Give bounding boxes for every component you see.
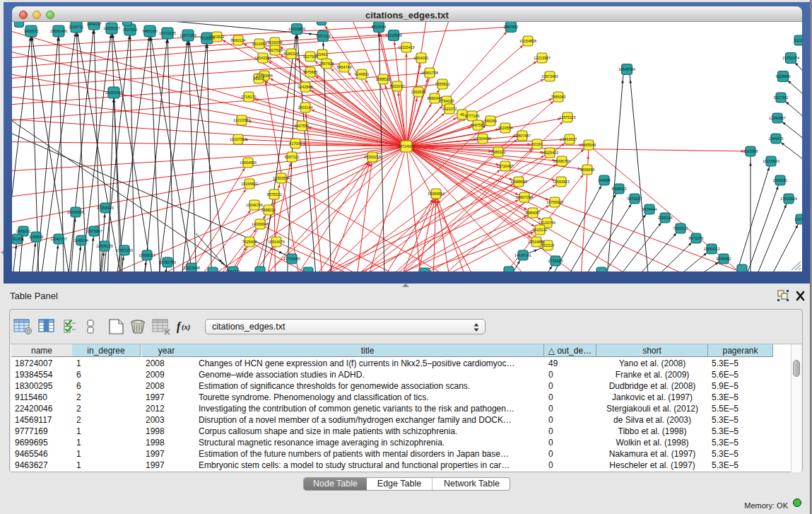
svg-text:116753: 116753 (794, 217, 802, 221)
svg-text:12213987: 12213987 (534, 56, 551, 60)
svg-text:(x): (x) (182, 323, 190, 332)
svg-text:9474444: 9474444 (642, 207, 657, 211)
svg-text:12975115: 12975115 (559, 115, 576, 119)
svg-text:10807487: 10807487 (514, 134, 531, 138)
svg-text:12213383: 12213383 (233, 118, 250, 122)
svg-text:1664091: 1664091 (414, 56, 429, 60)
svg-text:1244415: 1244415 (769, 136, 784, 141)
svg-text:8267110: 8267110 (285, 155, 300, 159)
svg-text:8322037: 8322037 (390, 84, 405, 88)
svg-text:2867608: 2867608 (319, 62, 334, 66)
svg-text:7986322: 7986322 (491, 150, 506, 154)
svg-text:13716485: 13716485 (283, 257, 300, 261)
svg-text:10648784: 10648784 (618, 67, 635, 71)
svg-text:7632621: 7632621 (673, 226, 688, 230)
svg-text:10046706: 10046706 (246, 203, 263, 207)
svg-text:1485001: 1485001 (16, 229, 31, 233)
svg-text:252214: 252214 (541, 243, 554, 247)
svg-text:10719155: 10719155 (159, 31, 176, 35)
svg-text:19384554: 19384554 (428, 192, 445, 196)
svg-text:45: 45 (460, 112, 464, 117)
svg-text:14009948: 14009948 (252, 222, 269, 226)
svg-text:19654955: 19654955 (240, 160, 257, 165)
svg-text:3215958: 3215958 (743, 149, 758, 153)
svg-text:1621072: 1621072 (442, 107, 457, 111)
svg-text:3624554: 3624554 (498, 126, 513, 130)
svg-text:14136141: 14136141 (514, 253, 531, 257)
svg-text:8813054: 8813054 (372, 25, 387, 29)
svg-text:16033809: 16033809 (288, 27, 305, 31)
svg-text:11122: 11122 (794, 38, 802, 42)
svg-text:62160: 62160 (532, 142, 543, 146)
svg-text:9463627: 9463627 (563, 137, 577, 141)
svg-text:5226058: 5226058 (268, 40, 283, 45)
svg-text:10655267: 10655267 (103, 26, 120, 30)
svg-text:25300215: 25300215 (364, 155, 381, 159)
svg-text:10975867: 10975867 (86, 229, 102, 233)
svg-text:8471076: 8471076 (689, 236, 704, 240)
svg-text:7485063: 7485063 (551, 95, 566, 99)
svg-text:20206558: 20206558 (67, 210, 84, 214)
svg-text:1044137: 1044137 (87, 22, 102, 26)
svg-text:1156829: 1156829 (29, 235, 44, 239)
svg-text:1615132: 1615132 (533, 228, 548, 232)
svg-text:12218506: 12218506 (385, 33, 402, 37)
svg-text:1145194: 1145194 (74, 238, 89, 243)
svg-text:9465546: 9465546 (582, 143, 596, 147)
svg-text:9329966: 9329966 (776, 74, 791, 78)
svg-text:3875685: 3875685 (303, 70, 318, 74)
svg-text:10756928: 10756928 (546, 200, 563, 204)
svg-text:2803144: 2803144 (298, 105, 313, 110)
svg-text:1362615: 1362615 (411, 90, 426, 94)
svg-text:2718170: 2718170 (242, 95, 257, 99)
svg-text:16120746: 16120746 (539, 221, 555, 225)
svg-text:28495759: 28495759 (553, 159, 570, 163)
svg-text:10154808: 10154808 (519, 39, 536, 43)
svg-text:1405572: 1405572 (24, 29, 39, 33)
svg-text:10671355: 10671355 (180, 33, 196, 37)
svg-text:16210643: 16210643 (763, 159, 779, 163)
svg-text:11325419: 11325419 (398, 45, 415, 49)
svg-text:6466160: 6466160 (143, 29, 158, 33)
svg-text:5498222: 5498222 (261, 208, 276, 212)
svg-text:10025433: 10025433 (541, 151, 558, 155)
svg-text:12923448: 12923448 (183, 266, 200, 270)
svg-text:9227342: 9227342 (774, 95, 789, 100)
svg-text:10914479: 10914479 (268, 240, 285, 244)
svg-text:417006: 417006 (289, 141, 302, 146)
svg-text:191354: 191354 (12, 237, 23, 241)
svg-text:6794028: 6794028 (440, 99, 454, 103)
svg-text:9427552: 9427552 (295, 124, 310, 128)
svg-text:1569291: 1569291 (773, 178, 788, 182)
svg-text:15751074: 15751074 (782, 56, 799, 60)
svg-text:18807249: 18807249 (516, 195, 533, 199)
svg-text:8454749: 8454749 (337, 65, 352, 69)
svg-text:1733426: 1733426 (548, 259, 563, 263)
svg-text:3912954: 3912954 (252, 42, 267, 46)
svg-text:10654112: 10654112 (703, 247, 720, 251)
svg-text:9245652: 9245652 (717, 257, 731, 261)
svg-text:18724007: 18724007 (398, 144, 415, 148)
svg-text:6879197: 6879197 (628, 197, 642, 201)
svg-text:9327509: 9327509 (268, 48, 283, 52)
svg-text:144095: 144095 (598, 178, 611, 182)
svg-text:98901: 98901 (254, 76, 264, 81)
svg-text:6497568: 6497568 (471, 123, 486, 127)
svg-text:10782759: 10782759 (159, 260, 176, 264)
svg-text:7357224: 7357224 (316, 34, 331, 38)
svg-text:20691406: 20691406 (50, 29, 67, 33)
svg-text:10107563: 10107563 (230, 137, 247, 141)
svg-text:17016504: 17016504 (780, 197, 797, 201)
svg-text:9327508: 9327508 (303, 54, 318, 59)
svg-text:7663822: 7663822 (210, 35, 225, 39)
svg-text:21364436: 21364436 (474, 136, 491, 141)
svg-text:9242848: 9242848 (298, 85, 313, 89)
svg-text:746266: 746266 (484, 119, 497, 123)
svg-text:10973493: 10973493 (541, 74, 558, 78)
svg-text:5878332: 5878332 (267, 192, 282, 197)
svg-text:10688609: 10688609 (510, 180, 527, 184)
svg-text:9084067: 9084067 (526, 211, 541, 215)
svg-text:12353594: 12353594 (273, 176, 290, 180)
svg-text:16961758: 16961758 (421, 71, 438, 75)
svg-text:8186328: 8186328 (284, 52, 299, 56)
